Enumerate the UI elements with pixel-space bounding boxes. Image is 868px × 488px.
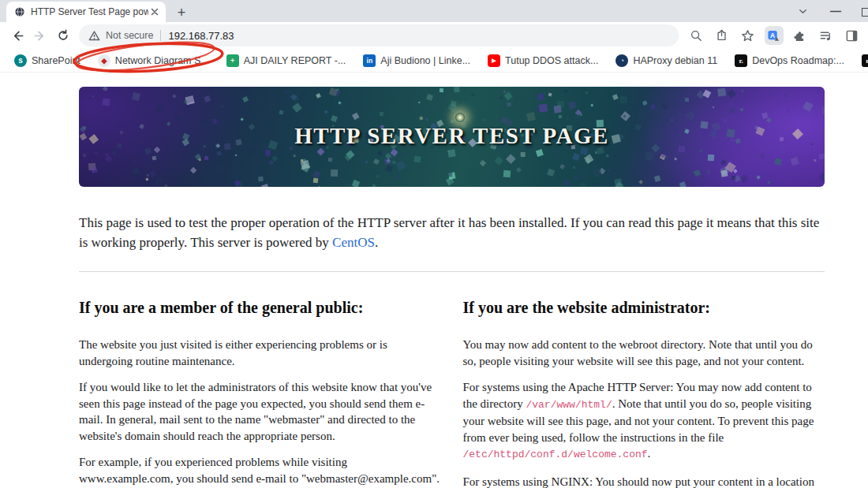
browser-tab[interactable]: HTTP Server Test Page powered	[6, 2, 166, 22]
tab-strip: HTTP Server Test Page powered + —	[0, 0, 868, 22]
extensions-puzzle-icon[interactable]	[791, 26, 810, 45]
bookmark-network-diagram[interactable]: ◆ Network Diagram S...	[92, 52, 215, 69]
roadmap-icon: r.	[735, 54, 747, 67]
tab-title: HTTP Server Test Page powered	[31, 6, 148, 17]
general-public-column: If you are a member of the general publi…	[79, 272, 441, 488]
bookmark-docker-roadmap[interactable]: r. Docker Roadmap -...	[855, 52, 868, 69]
linkedin-icon: in	[363, 54, 376, 67]
omnibox-divider	[160, 30, 161, 41]
bookmark-linkedin[interactable]: in Aji Budiono | Linke...	[357, 52, 477, 69]
tab-close-icon[interactable]	[148, 6, 161, 18]
address-bar[interactable]: Not secure 192.168.77.83	[79, 24, 679, 47]
sharepoint-icon: s	[14, 54, 27, 67]
bookmark-sharepoint[interactable]: s SharePoint	[8, 52, 87, 69]
share-icon[interactable]	[713, 26, 731, 45]
back-button[interactable]	[8, 25, 28, 46]
search-icon[interactable]	[687, 26, 705, 45]
administrator-column: If you are the website administrator: Yo…	[463, 272, 825, 488]
bookmark-aji-daily-report[interactable]: + AJI DAILY REPORT -...	[220, 52, 353, 69]
paragraph: You may now add content to the webroot d…	[463, 337, 825, 369]
centos-link[interactable]: CentOS	[332, 235, 375, 250]
svg-text:A: A	[770, 31, 775, 39]
globe-favicon-icon	[14, 6, 25, 17]
tab-search-chevron-icon[interactable]	[795, 4, 810, 18]
url-text[interactable]: 192.168.77.83	[168, 30, 234, 42]
roadmap-icon: r.	[862, 54, 868, 67]
bookmarks-bar: s SharePoint ◆ Network Diagram S... + AJ…	[0, 49, 868, 73]
playlist-icon[interactable]	[817, 26, 836, 45]
paragraph: If you would like to let the administrat…	[79, 379, 441, 444]
paragraph: For example, if you experienced problems…	[79, 454, 441, 486]
network-diagram-icon: ◆	[98, 54, 110, 67]
bookmark-star-icon[interactable]	[739, 26, 758, 45]
youtube-icon: ▶	[488, 54, 500, 67]
spreadsheet-icon: +	[226, 54, 239, 67]
bookmark-devops-roadmap[interactable]: r. DevOps Roadmap:...	[728, 52, 851, 69]
reload-button[interactable]	[53, 25, 73, 46]
not-secure-warning-icon[interactable]	[88, 30, 100, 42]
minimize-button[interactable]: —	[829, 4, 843, 18]
maximize-button[interactable]	[862, 4, 868, 18]
general-public-heading: If you are a member of the general publi…	[79, 299, 441, 317]
translate-icon[interactable]: A	[765, 26, 784, 45]
bookmark-youtube[interactable]: ▶ Tutup DDOS attack...	[481, 52, 604, 69]
administrator-heading: If you are the website administrator:	[463, 299, 825, 317]
forward-button[interactable]	[31, 25, 51, 46]
new-tab-button[interactable]: +	[172, 3, 191, 22]
paragraph: For systems using NGINX: You should now …	[463, 474, 825, 488]
haproxy-icon: ◔	[615, 54, 628, 67]
page-viewport: HTTP SERVER TEST PAGE This page is used …	[0, 73, 868, 488]
paragraph: The website you just visited is either e…	[79, 337, 441, 369]
side-panel-icon[interactable]	[843, 26, 862, 45]
browser-toolbar: Not secure 192.168.77.83 A	[0, 22, 868, 49]
security-label[interactable]: Not secure	[106, 30, 153, 41]
paragraph: For systems using the Apache HTTP Server…	[463, 379, 825, 464]
intro-paragraph: This page is used to test the proper ope…	[79, 213, 822, 252]
banner: HTTP SERVER TEST PAGE	[79, 87, 825, 187]
bookmark-haproxy[interactable]: ◔ HAProxy debian 11	[609, 52, 724, 69]
page-title: HTTP SERVER TEST PAGE	[79, 123, 825, 149]
